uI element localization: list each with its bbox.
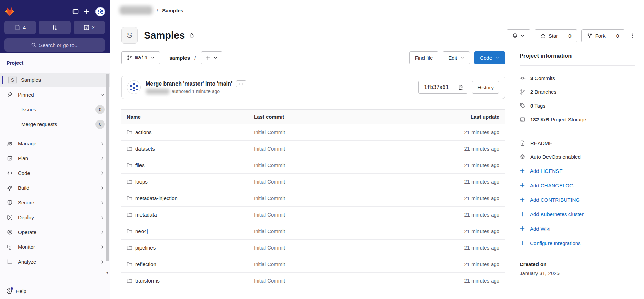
column-header-last-update: Last update [381,110,505,124]
table-row[interactable]: metadata-injection Initial Commit 21 min… [121,190,505,207]
breadcrumb-current[interactable]: Samples [162,8,183,13]
ellipsis-icon [239,81,244,86]
tags-stat[interactable]: 0 Tags [520,99,635,112]
disk-icon [520,117,526,122]
sidebar-item-plan[interactable]: Plan [0,151,110,166]
last-update: 21 minutes ago [381,124,505,141]
chevron-right-icon [100,215,105,220]
clipboard-icon [458,85,463,90]
folder-name[interactable]: files [135,162,145,168]
sidebar-item-code[interactable]: Code [0,166,110,180]
folder-icon [127,229,132,234]
sidebar-item-secure[interactable]: Secure [0,195,110,210]
last-commit-link[interactable]: Initial Commit [248,223,381,240]
last-commit-link[interactable]: Initial Commit [248,190,381,207]
sidebar-item-label: Samples [21,77,41,83]
table-row[interactable]: loops Initial Commit 21 minutes ago [121,174,505,190]
last-commit-link[interactable]: Initial Commit [248,256,381,273]
last-update: 21 minutes ago [381,240,505,256]
chevron-right-icon [100,141,105,146]
table-row[interactable]: actions Initial Commit 21 minutes ago [121,124,505,141]
folder-name[interactable]: neo4j [135,228,148,234]
breadcrumb-redacted-namespace[interactable] [120,6,152,15]
folder-icon [127,262,132,267]
help-button[interactable]: Help [0,283,110,299]
main-content: Star 0 Fork 0 S Samples [110,21,644,299]
chevron-down-icon [495,56,499,60]
add-contributing-link[interactable]: Add CONTRIBUTING [520,192,635,207]
folder-name[interactable]: loops [135,179,148,185]
table-row[interactable]: datasets Initial Commit 21 minutes ago [121,141,505,157]
sidebar-toggle-icon[interactable] [70,6,81,17]
table-row[interactable]: reflection Initial Commit 21 minutes ago [121,256,505,273]
last-commit-link[interactable]: Initial Commit [248,157,381,174]
sidebar-item-manage[interactable]: Manage [0,136,110,151]
sidebar-item-build[interactable]: Build [0,180,110,195]
sidebar-item-deploy[interactable]: Deploy [0,210,110,225]
auto-devops-item[interactable]: Auto DevOps enabled [520,150,635,164]
sidebar-item-pinned[interactable]: Pinned [0,87,110,102]
sidebar-item-label: Deploy [18,214,34,220]
folder-name[interactable]: reflection [135,261,156,267]
sidebar-item-project-samples[interactable]: S Samples [0,73,110,87]
table-row[interactable]: transforms Initial Commit 21 minutes ago [121,273,505,289]
add-wiki-link[interactable]: Add Wiki [520,221,635,236]
chart-icon [5,259,14,265]
last-commit-link[interactable]: Initial Commit [248,141,381,157]
code-icon [5,170,14,176]
last-commit-link[interactable]: Initial Commit [248,240,381,256]
readme-item[interactable]: README [520,136,635,150]
commits-stat[interactable]: 3 Commits [520,71,635,85]
scrollbar-down-arrow[interactable]: ▼ [105,271,109,274]
folder-name[interactable]: pipelines [135,245,156,251]
table-row[interactable]: files Initial Commit 21 minutes ago [121,157,505,174]
storage-stat[interactable]: 182 KiB Project Storage [520,112,635,126]
assigned-issues-button[interactable]: 4 [4,21,36,34]
sidebar-item-issues[interactable]: Issues 0 [0,102,110,117]
add-changelog-link[interactable]: Add CHANGELOG [520,178,635,192]
table-row[interactable]: metadata Initial Commit 21 minutes ago [121,207,505,223]
todo-list-button[interactable]: 2 [74,21,105,34]
code-dropdown-button[interactable]: Code [474,51,505,64]
last-commit-link[interactable]: Initial Commit [248,273,381,289]
last-commit-link[interactable]: Initial Commit [248,174,381,190]
last-commit-link[interactable]: Initial Commit [248,124,381,141]
sidebar-dark-header: 4 2 Search or go to... [0,0,110,53]
edit-dropdown-button[interactable]: Edit [443,51,470,64]
commit-sha[interactable]: 1fb37a61 [418,81,454,94]
sidebar-scrollbar[interactable] [106,74,109,261]
folder-name[interactable]: datasets [135,146,155,152]
table-row[interactable]: pipelines Initial Commit 21 minutes ago [121,240,505,256]
column-header-name: Name [121,110,248,124]
create-new-icon[interactable] [81,6,92,17]
gitlab-logo-icon[interactable] [4,7,15,17]
repo-path[interactable]: samples [169,55,190,61]
commit-author-avatar[interactable] [127,80,141,94]
sidebar-item-analyze[interactable]: Analyze [0,254,110,269]
merge-requests-button[interactable] [39,21,70,34]
sidebar-item-operate[interactable]: Operate [0,225,110,240]
folder-name[interactable]: actions [135,129,152,135]
add-kubernetes-cluster-link[interactable]: Add Kubernetes cluster [520,207,635,221]
history-button[interactable]: History [472,81,499,94]
sidebar-item-label: Code [18,170,30,176]
copy-sha-button[interactable] [454,81,467,94]
search-input[interactable]: Search or go to... [4,38,105,52]
find-file-button[interactable]: Find file [409,51,439,64]
table-row[interactable]: neo4j Initial Commit 21 minutes ago [121,223,505,240]
branch-selector[interactable]: main [121,51,160,64]
branches-stat[interactable]: 2 Branches [520,85,635,99]
sidebar-item-merge-requests[interactable]: Merge requests 0 [0,117,110,132]
commit-title[interactable]: Merge branch 'master' into 'main' [146,81,233,87]
folder-name[interactable]: transforms [135,278,160,284]
expand-commit-message-button[interactable] [236,80,246,87]
configure-integrations-link[interactable]: Configure Integrations [520,236,635,250]
add-file-dropdown[interactable] [201,51,222,64]
folder-name[interactable]: metadata [135,212,157,218]
stat-value: 3 [530,75,533,81]
folder-name[interactable]: metadata-injection [135,195,178,201]
add-license-link[interactable]: Add LICENSE [520,164,635,178]
last-commit-link[interactable]: Initial Commit [248,207,381,223]
user-avatar[interactable] [95,7,105,16]
sidebar-item-monitor[interactable]: Monitor [0,240,110,254]
